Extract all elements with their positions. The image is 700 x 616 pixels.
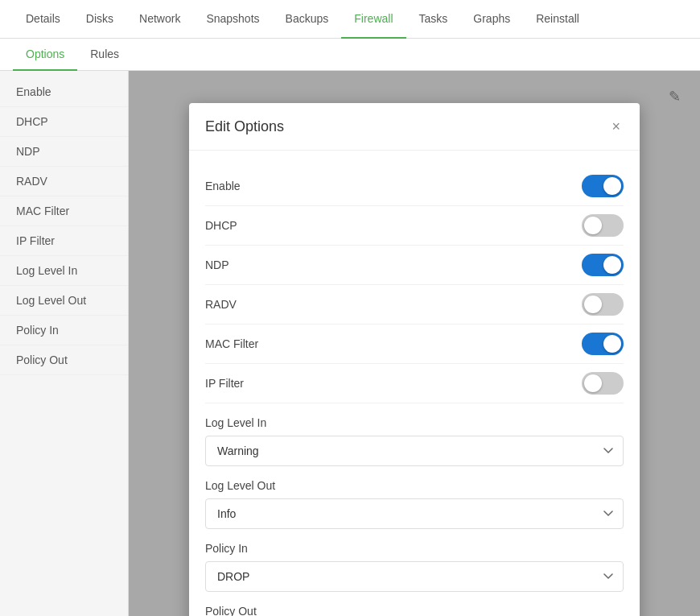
toggle-track-radv — [582, 293, 624, 316]
sidebar-item-ndp[interactable]: NDP — [0, 137, 128, 167]
toggle-track-dhcp — [582, 214, 624, 237]
nav-item-tasks[interactable]: Tasks — [406, 0, 461, 39]
sidebar-item-enable[interactable]: Enable — [0, 77, 128, 107]
modal-title: Edit Options — [205, 118, 284, 135]
nav-item-disks[interactable]: Disks — [73, 0, 126, 39]
toggle-row-dhcp: DHCP — [205, 206, 624, 246]
sidebar-item-log-level-in[interactable]: Log Level In — [0, 256, 128, 286]
nav-item-snapshots[interactable]: Snapshots — [193, 0, 272, 39]
toggle-row-radv: RADV — [205, 285, 624, 325]
modal-header: Edit Options × — [189, 103, 640, 151]
dropdown-label-log-level-in: Log Level In — [205, 416, 624, 429]
policy-in-select[interactable]: ACCEPT DROP REJECT — [205, 561, 624, 592]
modal-body: Enable DHCP — [189, 151, 640, 616]
toggle-thumb-ndp — [603, 256, 621, 274]
dropdown-label-log-level-out: Log Level Out — [205, 479, 624, 492]
toggle-enable[interactable] — [582, 175, 624, 197]
nav-item-firewall[interactable]: Firewall — [341, 0, 406, 39]
toggle-track-mac-filter — [582, 333, 624, 355]
dropdown-row-log-level-in: Log Level In Warning Emergency Alert Cri… — [205, 416, 624, 466]
dropdown-label-policy-in: Policy In — [205, 542, 624, 555]
dropdown-row-policy-out: Policy Out ACCEPT DROP REJECT — [205, 605, 624, 616]
toggle-thumb-enable — [603, 177, 621, 195]
toggle-label-ip-filter: IP Filter — [205, 377, 244, 390]
sidebar-item-radv[interactable]: RADV — [0, 167, 128, 196]
sub-nav: Options Rules — [0, 39, 700, 71]
nav-item-details[interactable]: Details — [13, 0, 73, 39]
toggle-row-mac-filter: MAC Filter — [205, 325, 624, 364]
modal-close-button[interactable]: × — [608, 116, 624, 137]
toggle-ip-filter[interactable] — [582, 372, 624, 395]
top-nav: Details Disks Network Snapshots Backups … — [0, 0, 700, 39]
sidebar-item-policy-in[interactable]: Policy In — [0, 316, 128, 345]
toggle-track-ndp — [582, 254, 624, 276]
toggle-row-enable: Enable — [205, 167, 624, 206]
dropdown-row-policy-in: Policy In ACCEPT DROP REJECT — [205, 542, 624, 592]
dropdown-label-policy-out: Policy Out — [205, 605, 624, 616]
sidebar-item-mac-filter[interactable]: MAC Filter — [0, 196, 128, 226]
toggle-row-ndp: NDP — [205, 246, 624, 285]
sidebar: Enable DHCP NDP RADV MAC Filter IP Filte… — [0, 71, 129, 616]
subnav-item-options[interactable]: Options — [13, 39, 77, 71]
nav-item-network[interactable]: Network — [126, 0, 193, 39]
toggle-track-enable — [582, 175, 624, 197]
subnav-item-rules[interactable]: Rules — [77, 39, 132, 71]
log-level-out-select[interactable]: Emergency Alert Critical Error Warning N… — [205, 498, 624, 529]
log-level-in-select[interactable]: Warning Emergency Alert Critical Error N… — [205, 436, 624, 466]
dropdown-row-log-level-out: Log Level Out Emergency Alert Critical E… — [205, 479, 624, 529]
sidebar-item-log-level-out[interactable]: Log Level Out — [0, 286, 128, 316]
toggle-thumb-dhcp — [584, 217, 602, 234]
toggle-thumb-ip-filter — [584, 374, 602, 392]
sidebar-item-dhcp[interactable]: DHCP — [0, 107, 128, 137]
nav-item-backups[interactable]: Backups — [273, 0, 342, 39]
toggle-label-mac-filter: MAC Filter — [205, 337, 258, 350]
toggle-label-dhcp: DHCP — [205, 219, 237, 232]
toggle-label-enable: Enable — [205, 180, 241, 192]
toggle-thumb-radv — [584, 296, 602, 313]
toggle-radv[interactable] — [582, 293, 624, 316]
toggle-track-ip-filter — [582, 372, 624, 395]
sidebar-item-ip-filter[interactable]: IP Filter — [0, 226, 128, 256]
toggle-label-ndp: NDP — [205, 258, 229, 271]
content-area: Enable DHCP NDP RADV MAC Filter IP Filte… — [0, 71, 700, 616]
nav-item-reinstall[interactable]: Reinstall — [523, 0, 592, 39]
main-content: ✎ Edit Options × Enable — [129, 71, 700, 616]
toggle-row-ip-filter: IP Filter — [205, 364, 624, 403]
toggle-mac-filter[interactable] — [582, 333, 624, 355]
modal-overlay: Edit Options × Enable — [129, 71, 700, 616]
toggle-dhcp[interactable] — [582, 214, 624, 237]
nav-item-graphs[interactable]: Graphs — [460, 0, 523, 39]
toggle-ndp[interactable] — [582, 254, 624, 276]
edit-options-modal: Edit Options × Enable — [189, 103, 640, 616]
toggle-thumb-mac-filter — [603, 335, 621, 353]
sidebar-item-policy-out[interactable]: Policy Out — [0, 345, 128, 375]
toggle-label-radv: RADV — [205, 298, 237, 311]
